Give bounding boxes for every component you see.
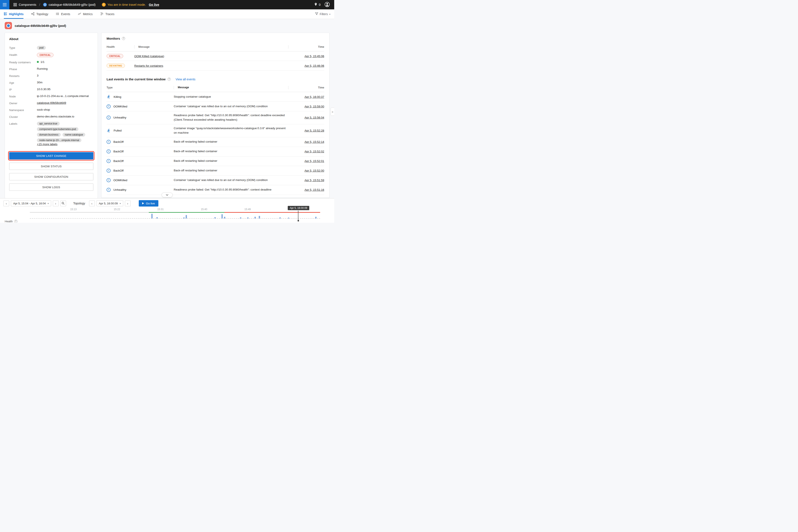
phase-value: Running xyxy=(37,67,48,70)
field-label-node: Node xyxy=(9,94,37,98)
filters-button[interactable]: Filters ▾ xyxy=(315,10,330,19)
timeline-panel: ‹ Apr 5, 15:04 - Apr 5, 16:04 ▾ › Topolo… xyxy=(0,198,334,223)
event-row[interactable]: OOMKilled Container 'catalogue' was kill… xyxy=(107,102,324,111)
node-value: ip-10-0-21-204.eu-w...1.compute.internal xyxy=(37,94,89,98)
hamburger-menu-button[interactable] xyxy=(0,0,10,10)
play-icon xyxy=(142,202,144,204)
event-bar xyxy=(240,217,241,218)
page-header: catalogue-69b58cb649-gjl5v (pod) xyxy=(5,22,334,29)
topology-time-label: Apr 5, 16:00:09 xyxy=(99,202,118,205)
monitor-row[interactable]: DEVIATING Restarts for containers Apr 5,… xyxy=(107,61,324,71)
field-label-labels: Labels xyxy=(9,122,37,125)
field-label-owner: Owner xyxy=(9,101,37,105)
namespace-value: sock-shop xyxy=(37,108,50,111)
more-labels-link[interactable]: +15 more labels xyxy=(37,142,57,146)
topology-time-dropdown[interactable]: Apr 5, 16:00:09 ▾ xyxy=(97,201,123,206)
topology-time-prev-button[interactable]: ‹ xyxy=(89,201,95,206)
pinned-items-button[interactable]: 0 xyxy=(314,3,321,7)
event-type: Unhealthy xyxy=(113,116,127,119)
monitor-health-badge: CRITICAL xyxy=(107,54,123,58)
event-message: Back-off restarting failed container xyxy=(174,168,292,173)
show-logs-button[interactable]: SHOW LOGS xyxy=(9,184,93,191)
event-time-link[interactable]: Apr 5, 15:56:04 xyxy=(305,116,324,119)
monitor-row[interactable]: CRITICAL OOM Killed (catalogue) Apr 5, 1… xyxy=(107,51,324,61)
monitor-time-link[interactable]: Apr 5, 15:46:06 xyxy=(305,64,324,68)
tab-metrics[interactable]: Metrics xyxy=(78,10,93,19)
monitors-events-card: Monitors Health Message Time CRITICAL OO… xyxy=(101,33,329,198)
avatar[interactable] xyxy=(324,2,330,8)
tab-highlights[interactable]: Highlights xyxy=(4,10,23,19)
label-pill: domain:business xyxy=(37,133,61,137)
event-row[interactable]: Unhealthy Readiness probe failed: Get "h… xyxy=(107,111,324,124)
tab-events[interactable]: Events xyxy=(56,10,70,19)
event-time-link[interactable]: Apr 5, 15:52:00 xyxy=(305,169,324,172)
breadcrumb-entity[interactable]: catalogue-69b58cb649-gjl5v (pod) xyxy=(43,3,95,6)
alert-circle-icon xyxy=(107,159,111,163)
chevron-down-icon: ▾ xyxy=(119,202,121,205)
monitor-message-link[interactable]: OOM Killed (catalogue) xyxy=(134,55,164,58)
event-row[interactable]: OOMKilled Container 'catalogue' was kill… xyxy=(107,176,324,185)
event-row[interactable]: BackOff Back-off restarting failed conta… xyxy=(107,137,324,147)
view-all-events-link[interactable]: View all events xyxy=(176,78,195,81)
right-panel-toggle[interactable]: « xyxy=(330,108,334,116)
col-message: Message xyxy=(138,45,288,49)
help-icon[interactable] xyxy=(122,37,125,40)
zoom-out-button[interactable] xyxy=(60,201,66,206)
time-tick: 15:31 xyxy=(157,208,164,211)
column-divider xyxy=(174,86,174,89)
breadcrumb-components[interactable]: Components xyxy=(13,3,36,6)
event-type: BackOff xyxy=(113,159,124,163)
label-pill: node-name:ip-10-...ompute.internal xyxy=(37,138,81,142)
go-live-button[interactable]: Go live xyxy=(139,200,158,207)
event-time-link[interactable]: Apr 5, 15:51:16 xyxy=(305,188,324,191)
event-bar xyxy=(247,217,248,218)
event-time-link[interactable]: Apr 5, 15:52:02 xyxy=(305,150,324,153)
event-row[interactable]: BackOff Back-off restarting failed conta… xyxy=(107,166,324,176)
event-bar xyxy=(315,217,317,218)
event-bar xyxy=(259,216,260,218)
timeline-cursor[interactable]: Apr 5, 16:00:09 xyxy=(298,211,298,221)
topology-time-next-button[interactable]: › xyxy=(125,201,131,206)
help-icon[interactable] xyxy=(168,78,171,81)
topology-snapshot-label: Topology xyxy=(73,202,85,205)
event-time-link[interactable]: Apr 5, 15:59:00 xyxy=(305,105,324,108)
type-pill: pod xyxy=(37,46,46,50)
event-row[interactable]: BackOff Back-off restarting failed conta… xyxy=(107,147,324,156)
event-row[interactable]: Pulled Container image "quay.io/stacksta… xyxy=(107,124,324,137)
health-segment xyxy=(225,212,320,213)
tab-topology[interactable]: Topology xyxy=(31,10,48,19)
event-row[interactable]: Unhealthy Readiness probe failed: Get "h… xyxy=(107,185,324,195)
event-time-link[interactable]: Apr 5, 15:52:01 xyxy=(305,159,324,163)
tab-traces-label: Traces xyxy=(105,12,114,16)
time-tick: 15:40 xyxy=(201,208,207,211)
event-time-link[interactable]: Apr 5, 16:00:37 xyxy=(305,95,324,98)
time-range-next-button[interactable]: › xyxy=(53,201,59,206)
monitors-title: Monitors xyxy=(107,37,120,40)
time-tick: 15:22 xyxy=(114,208,120,211)
show-configuration-button[interactable]: SHOW CONFIGURATION xyxy=(9,173,93,180)
timeline-plot[interactable]: 15:1315:2215:3115:4015:49 Apr 5, 16:00:0… xyxy=(30,207,320,222)
owner-link[interactable]: catalogue-69b58cb649 xyxy=(37,101,66,104)
event-time-link[interactable]: Apr 5, 15:52:28 xyxy=(305,129,324,132)
event-row[interactable]: BackOff Back-off restarting failed conta… xyxy=(107,156,324,166)
monitor-message-link[interactable]: Restarts for containers xyxy=(134,64,163,68)
event-time-link[interactable]: Apr 5, 15:52:14 xyxy=(305,140,324,144)
cluster-value: demo-dev.demo.stackstate.io xyxy=(37,115,74,118)
pin-icon xyxy=(314,3,318,7)
event-time-link[interactable]: Apr 5, 15:51:59 xyxy=(305,178,324,182)
event-message: Container 'catalogue' was killed due to … xyxy=(174,104,292,109)
event-type: Pulled xyxy=(114,129,122,132)
time-range-dropdown[interactable]: Apr 5, 15:04 - Apr 5, 16:04 ▾ xyxy=(11,201,51,206)
event-message: Stopping container catalogue xyxy=(174,95,292,99)
help-icon[interactable] xyxy=(14,220,18,223)
monitor-time-link[interactable]: Apr 5, 15:45:06 xyxy=(305,55,324,58)
show-status-button[interactable]: SHOW STATUS xyxy=(9,163,93,170)
alert-circle-icon xyxy=(107,169,111,173)
event-bar xyxy=(288,217,289,218)
go-live-link[interactable]: Go live xyxy=(149,3,159,6)
time-range-prev-button[interactable]: ‹ xyxy=(3,201,9,206)
expand-events-button[interactable] xyxy=(162,192,173,197)
tab-traces[interactable]: Traces xyxy=(100,10,114,19)
show-last-change-button[interactable]: SHOW LAST CHANGE xyxy=(9,152,93,159)
event-row[interactable]: Killing Stopping container catalogue Apr… xyxy=(107,92,324,102)
